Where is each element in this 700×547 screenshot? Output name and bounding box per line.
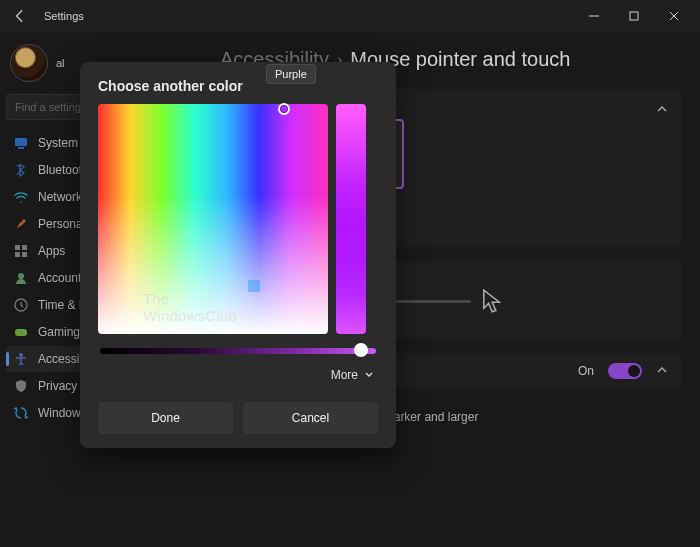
watermark-text: The WindowsClub — [143, 291, 237, 324]
close-button[interactable] — [654, 2, 694, 30]
back-button[interactable] — [10, 6, 30, 26]
minimize-button[interactable] — [574, 2, 614, 30]
done-button[interactable]: Done — [98, 402, 233, 434]
value-slider-thumb[interactable] — [354, 343, 368, 357]
value-slider[interactable] — [100, 348, 376, 354]
maximize-button[interactable] — [614, 2, 654, 30]
sv-cursor[interactable] — [278, 103, 290, 115]
color-tooltip: Purple — [266, 64, 316, 84]
watermark-square — [248, 280, 260, 292]
cancel-button[interactable]: Cancel — [243, 402, 378, 434]
hue-strip[interactable] — [336, 104, 366, 334]
titlebar: Settings — [0, 0, 700, 32]
svg-rect-1 — [630, 12, 638, 20]
chevron-down-icon — [364, 370, 374, 380]
color-picker-modal: Choose another color The WindowsClub Mor… — [80, 62, 396, 448]
more-toggle[interactable]: More — [98, 354, 378, 388]
window-title: Settings — [44, 10, 84, 22]
saturation-value-panel[interactable]: The WindowsClub — [98, 104, 328, 334]
modal-title: Choose another color — [98, 78, 378, 104]
